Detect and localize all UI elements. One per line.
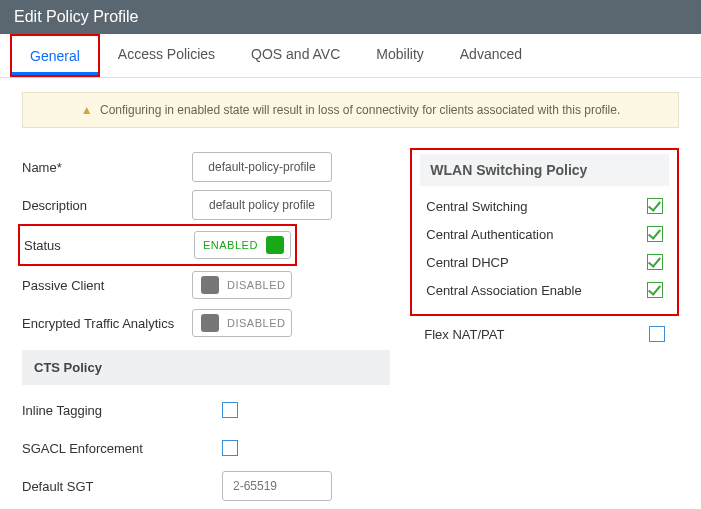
tab-advanced[interactable]: Advanced	[442, 34, 540, 77]
flex-nat-checkbox[interactable]	[649, 326, 665, 342]
toggle-knob-icon	[266, 236, 284, 254]
central-auth-checkbox[interactable]	[647, 226, 663, 242]
left-column: Name* Description Status ENABLED Passive…	[22, 148, 390, 505]
status-toggle[interactable]: ENABLED	[194, 231, 291, 259]
tab-access-policies[interactable]: Access Policies	[100, 34, 233, 77]
central-switching-checkbox[interactable]	[647, 198, 663, 214]
right-column: WLAN Switching Policy Central Switching …	[410, 148, 679, 505]
name-label: Name*	[22, 160, 192, 175]
inline-tagging-checkbox[interactable]	[222, 402, 238, 418]
tab-bar: General Access Policies QOS and AVC Mobi…	[0, 34, 701, 78]
passive-client-toggle-text: DISABLED	[227, 279, 285, 291]
central-switching-label: Central Switching	[426, 199, 527, 214]
dialog-title: Edit Policy Profile	[0, 0, 701, 34]
tab-qos-avc[interactable]: QOS and AVC	[233, 34, 358, 77]
tab-mobility[interactable]: Mobility	[358, 34, 441, 77]
central-assoc-label: Central Association Enable	[426, 283, 581, 298]
warning-banner: ▲ Configuring in enabled state will resu…	[22, 92, 679, 128]
highlight-box-tab: General	[10, 34, 100, 77]
cts-policy-header: CTS Policy	[22, 350, 390, 385]
warning-text: Configuring in enabled state will result…	[100, 103, 620, 117]
central-dhcp-label: Central DHCP	[426, 255, 508, 270]
wlan-panel-title: WLAN Switching Policy	[420, 154, 669, 186]
central-dhcp-checkbox[interactable]	[647, 254, 663, 270]
eta-toggle[interactable]: DISABLED	[192, 309, 292, 337]
toggle-knob-icon	[201, 314, 219, 332]
central-assoc-checkbox[interactable]	[647, 282, 663, 298]
description-label: Description	[22, 198, 192, 213]
highlight-box-wlan-panel: WLAN Switching Policy Central Switching …	[410, 148, 679, 316]
default-sgt-field[interactable]	[222, 471, 332, 501]
eta-label: Encrypted Traffic Analytics	[22, 316, 192, 331]
central-auth-label: Central Authentication	[426, 227, 553, 242]
sgacl-label: SGACL Enforcement	[22, 441, 222, 456]
eta-toggle-text: DISABLED	[227, 317, 285, 329]
flex-nat-label: Flex NAT/PAT	[424, 327, 504, 342]
toggle-knob-icon	[201, 276, 219, 294]
status-toggle-text: ENABLED	[203, 239, 258, 251]
sgacl-checkbox[interactable]	[222, 440, 238, 456]
name-field[interactable]	[192, 152, 332, 182]
passive-client-label: Passive Client	[22, 278, 192, 293]
tab-general[interactable]: General	[12, 36, 98, 75]
highlight-box-status: Status ENABLED	[18, 224, 297, 266]
status-label: Status	[24, 238, 194, 253]
inline-tagging-label: Inline Tagging	[22, 403, 222, 418]
warning-icon: ▲	[81, 103, 93, 117]
default-sgt-label: Default SGT	[22, 479, 222, 494]
passive-client-toggle[interactable]: DISABLED	[192, 271, 292, 299]
content-area: Name* Description Status ENABLED Passive…	[0, 138, 701, 509]
description-field[interactable]	[192, 190, 332, 220]
